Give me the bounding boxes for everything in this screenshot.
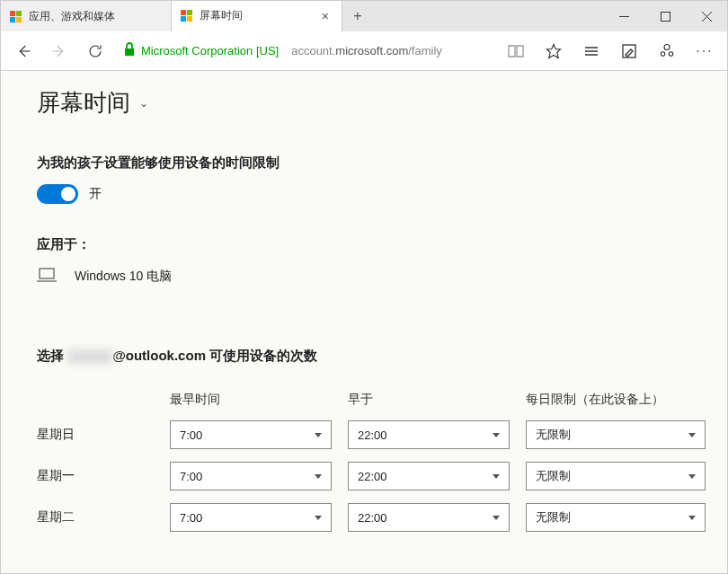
- tab-close-icon[interactable]: ×: [318, 9, 333, 23]
- limit-select[interactable]: 无限制: [526, 420, 706, 449]
- maximize-button[interactable]: [644, 1, 686, 31]
- limits-toggle[interactable]: [37, 184, 78, 204]
- schedule-heading: 选择 @outlook.com 可使用设备的次数: [37, 348, 691, 365]
- col-daily-limit: 每日限制（在此设备上）: [526, 392, 706, 408]
- tab-title: 屏幕时间: [200, 8, 311, 23]
- redacted-username: [67, 349, 112, 364]
- col-latest: 早于: [348, 392, 510, 408]
- more-icon[interactable]: ···: [688, 34, 722, 68]
- url-display: account.microsoft.com/family: [291, 44, 442, 57]
- notes-icon[interactable]: [612, 34, 646, 68]
- limit-select[interactable]: 无限制: [526, 503, 706, 532]
- from-select[interactable]: 7:00: [170, 420, 332, 449]
- svg-marker-7: [547, 44, 561, 57]
- refresh-button[interactable]: [78, 34, 112, 68]
- hub-icon[interactable]: [574, 34, 608, 68]
- certificate-name: Microsoft Corporation [US]: [141, 44, 279, 57]
- schedule-grid: 最早时间 早于 每日限制（在此设备上） 星期日 7:00 22:00 无限制 星…: [37, 392, 691, 532]
- limit-select[interactable]: 无限制: [526, 462, 706, 490]
- svg-rect-6: [125, 49, 134, 56]
- from-select[interactable]: 7:00: [170, 503, 332, 532]
- day-label: 星期日: [37, 427, 154, 443]
- day-label: 星期二: [37, 509, 154, 525]
- svg-point-14: [669, 51, 673, 56]
- ms-logo-icon: [181, 10, 192, 22]
- svg-point-13: [661, 51, 665, 56]
- toggle-state-label: 开: [89, 186, 102, 202]
- col-earliest: 最早时间: [170, 392, 332, 408]
- tab-screen-time[interactable]: 屏幕时间 ×: [172, 1, 342, 31]
- tab-title: 应用、游戏和媒体: [29, 9, 162, 24]
- tab-bar: 应用、游戏和媒体 屏幕时间 × +: [1, 1, 727, 31]
- back-button[interactable]: [6, 34, 40, 68]
- page-content: 屏幕时间 ⌄ 为我的孩子设置能够使用设备的时间限制 开 应用于： Windows…: [1, 71, 727, 573]
- to-select[interactable]: 22:00: [348, 503, 510, 532]
- device-name: Windows 10 电脑: [75, 269, 172, 285]
- page-title[interactable]: 屏幕时间 ⌄: [37, 87, 691, 119]
- svg-rect-1: [661, 12, 670, 21]
- day-label: 星期一: [37, 468, 154, 484]
- device-row: Windows 10 电脑: [37, 268, 691, 285]
- reading-view-icon[interactable]: [499, 34, 533, 68]
- navigation-bar: Microsoft Corporation [US] account.micro…: [1, 31, 727, 71]
- address-bar[interactable]: Microsoft Corporation [US] account.micro…: [123, 42, 442, 60]
- minimize-button[interactable]: [603, 1, 644, 31]
- to-select[interactable]: 22:00: [348, 462, 510, 490]
- from-select[interactable]: 7:00: [170, 462, 332, 490]
- close-button[interactable]: [686, 1, 727, 31]
- laptop-icon: [37, 268, 57, 285]
- svg-rect-15: [40, 269, 54, 278]
- forward-button[interactable]: [42, 34, 76, 68]
- to-select[interactable]: 22:00: [348, 420, 510, 449]
- limits-heading: 为我的孩子设置能够使用设备的时间限制: [37, 155, 691, 172]
- chevron-down-icon: ⌄: [139, 97, 148, 110]
- lock-icon: [123, 42, 136, 60]
- new-tab-button[interactable]: +: [342, 1, 373, 31]
- favorite-icon[interactable]: [537, 34, 571, 68]
- applies-heading: 应用于：: [37, 236, 691, 253]
- tab-apps-games[interactable]: 应用、游戏和媒体: [1, 1, 172, 31]
- svg-point-12: [664, 44, 670, 49]
- share-icon[interactable]: [650, 34, 684, 68]
- window-controls: [603, 1, 727, 31]
- ms-logo-icon: [10, 11, 22, 22]
